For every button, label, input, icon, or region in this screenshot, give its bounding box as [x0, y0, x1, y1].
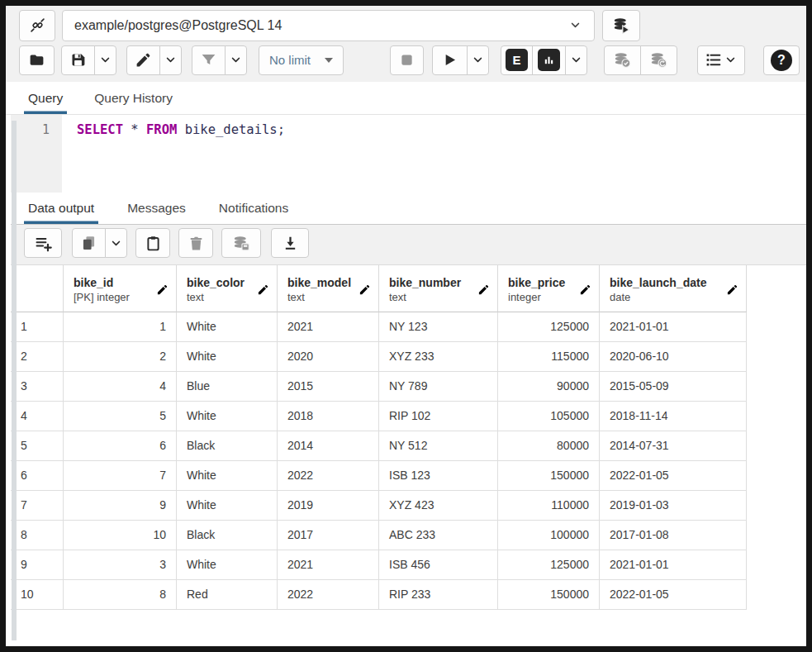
save-options-button[interactable] [94, 45, 116, 75]
cell-bike_launch_date[interactable]: 2021-01-01 [600, 312, 747, 342]
cell-bike_id[interactable]: 9 [64, 491, 177, 521]
cell-bike_model[interactable]: 2019 [278, 491, 379, 521]
cell-bike_price[interactable]: 125000 [498, 550, 600, 580]
cell-bike_number[interactable]: XYZ 233 [379, 342, 498, 372]
row-number[interactable]: 6 [11, 461, 64, 491]
cell-bike_price[interactable]: 110000 [498, 491, 600, 521]
cell-bike_launch_date[interactable]: 2020-06-10 [600, 342, 747, 372]
filter-options-button[interactable] [225, 45, 247, 75]
add-row-button[interactable] [24, 228, 62, 258]
cell-bike_launch_date[interactable]: 2014-07-31 [600, 431, 747, 461]
row-number[interactable]: 2 [11, 342, 64, 372]
commit-button[interactable] [604, 45, 641, 75]
cell-bike_color[interactable]: Red [177, 580, 278, 610]
cell-bike_color[interactable]: White [177, 550, 278, 580]
row-number[interactable]: 5 [11, 431, 64, 461]
cell-bike_launch_date[interactable]: 2015-05-09 [600, 372, 747, 402]
row-number[interactable]: 3 [11, 372, 64, 402]
column-header-bike_color[interactable]: bike_colortext [177, 265, 278, 312]
explain-button[interactable]: E [501, 45, 533, 75]
cell-bike_id[interactable]: 7 [64, 461, 177, 491]
tab-notifications[interactable]: Notifications [215, 193, 292, 224]
cell-bike_color[interactable]: White [177, 342, 278, 372]
tab-query-history[interactable]: Query History [90, 82, 177, 114]
column-header-bike_number[interactable]: bike_numbertext [379, 265, 498, 312]
cell-bike_color[interactable]: Blue [177, 372, 278, 402]
cell-bike_model[interactable]: 2020 [278, 342, 379, 372]
cell-bike_price[interactable]: 150000 [498, 461, 600, 491]
cell-bike_model[interactable]: 2015 [278, 372, 379, 402]
cell-bike_color[interactable]: White [177, 312, 278, 342]
cell-bike_model[interactable]: 2014 [278, 431, 379, 461]
explain-options-button[interactable] [565, 45, 587, 75]
copy-button[interactable] [72, 228, 106, 258]
cell-bike_model[interactable]: 2021 [278, 550, 379, 580]
cell-bike_number[interactable]: ISB 456 [379, 550, 498, 580]
tab-query[interactable]: Query [24, 82, 67, 114]
sql-editor[interactable]: 1 SELECT * FROM bike_details; [11, 115, 806, 193]
download-results-button[interactable] [271, 228, 309, 258]
cell-bike_launch_date[interactable]: 2022-01-05 [600, 580, 747, 610]
cell-bike_id[interactable]: 5 [64, 402, 177, 431]
cell-bike_price[interactable]: 90000 [498, 372, 600, 402]
cell-bike_launch_date[interactable]: 2022-01-05 [600, 461, 747, 491]
execute-options-button[interactable] [467, 45, 489, 75]
tab-messages[interactable]: Messages [123, 193, 190, 224]
help-button[interactable]: ? [763, 45, 800, 75]
edit-button[interactable] [126, 45, 160, 75]
cell-bike_price[interactable]: 115000 [498, 342, 600, 372]
open-file-button[interactable] [19, 45, 55, 75]
cell-bike_model[interactable]: 2021 [278, 312, 379, 342]
edit-options-button[interactable] [159, 45, 182, 75]
column-header-bike_model[interactable]: bike_modeltext [278, 265, 379, 312]
connection-status-button[interactable] [19, 10, 55, 41]
cell-bike_price[interactable]: 105000 [498, 402, 600, 431]
save-data-changes-button[interactable] [221, 228, 261, 258]
cell-bike_price[interactable]: 150000 [498, 580, 600, 610]
row-number[interactable]: 9 [11, 550, 64, 580]
row-number[interactable]: 7 [11, 491, 64, 521]
cell-bike_color[interactable]: White [177, 491, 278, 521]
cell-bike_id[interactable]: 4 [64, 372, 177, 402]
save-file-button[interactable] [61, 45, 95, 75]
select-all-corner[interactable] [11, 265, 64, 312]
cell-bike_number[interactable]: XYZ 423 [379, 491, 498, 521]
cell-bike_launch_date[interactable]: 2021-01-01 [600, 550, 747, 580]
cell-bike_model[interactable]: 2017 [278, 521, 379, 550]
row-limit-select[interactable]: No limit [259, 45, 344, 75]
cell-bike_id[interactable]: 10 [64, 521, 177, 550]
execute-button[interactable] [432, 45, 468, 75]
cell-bike_color[interactable]: White [177, 461, 278, 491]
cell-bike_color[interactable]: Black [177, 431, 278, 461]
cell-bike_price[interactable]: 100000 [498, 521, 600, 550]
cell-bike_launch_date[interactable]: 2017-01-08 [600, 521, 747, 550]
cell-bike_model[interactable]: 2022 [278, 580, 379, 610]
left-scrollbar-track[interactable] [12, 121, 17, 640]
stop-button[interactable] [390, 45, 424, 75]
cell-bike_number[interactable]: NY 789 [379, 372, 498, 402]
cell-bike_id[interactable]: 6 [64, 431, 177, 461]
cell-bike_color[interactable]: White [177, 402, 278, 431]
cell-bike_model[interactable]: 2018 [278, 402, 379, 431]
cell-bike_id[interactable]: 3 [64, 550, 177, 580]
row-number[interactable]: 8 [11, 521, 64, 550]
macros-button[interactable] [697, 45, 745, 75]
column-header-bike_id[interactable]: bike_id[PK] integer [64, 265, 177, 312]
cell-bike_number[interactable]: ISB 123 [379, 461, 498, 491]
cell-bike_price[interactable]: 125000 [498, 312, 600, 342]
column-header-bike_launch_date[interactable]: bike_launch_datedate [600, 265, 747, 312]
cell-bike_launch_date[interactable]: 2019-01-03 [600, 491, 747, 521]
connection-select[interactable]: example/postgres@PostgreSQL 14 [62, 10, 595, 41]
cell-bike_id[interactable]: 2 [64, 342, 177, 372]
tab-data-output[interactable]: Data output [24, 193, 98, 224]
new-connection-button[interactable] [602, 10, 640, 41]
column-header-bike_price[interactable]: bike_priceinteger [498, 265, 600, 312]
cell-bike_id[interactable]: 8 [64, 580, 177, 610]
delete-row-button[interactable] [178, 228, 213, 258]
cell-bike_color[interactable]: Black [177, 521, 278, 550]
rollback-button[interactable] [640, 45, 677, 75]
cell-bike_number[interactable]: RIP 102 [379, 402, 498, 431]
filter-button[interactable] [192, 45, 226, 75]
cell-bike_number[interactable]: ABC 233 [379, 521, 498, 550]
cell-bike_number[interactable]: NY 512 [379, 431, 498, 461]
